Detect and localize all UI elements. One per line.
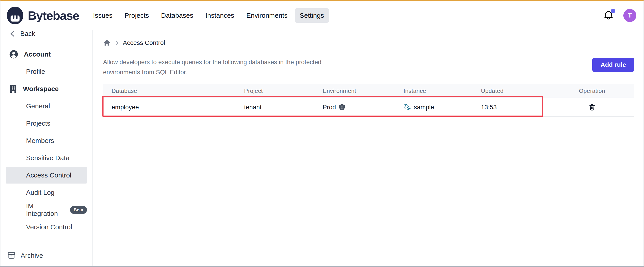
- instance-name: sample: [414, 104, 434, 111]
- cell-operation: [550, 104, 634, 111]
- page-description: Allow developers to execute queries for …: [103, 57, 350, 77]
- archive-box-icon: [7, 251, 16, 260]
- cell-project: tenant: [236, 104, 314, 111]
- access-rules-table: Database Project Environment Instance Up…: [103, 84, 634, 117]
- cell-database: employee: [103, 104, 236, 111]
- sidebar-item-label: General: [26, 102, 50, 110]
- account-user-icon: [9, 50, 18, 59]
- sidebar-item-label: Members: [26, 137, 54, 145]
- sidebar-back-button[interactable]: Back: [0, 30, 92, 39]
- sidebar-item-label: Access Control: [26, 171, 72, 179]
- sidebar-item-audit-log[interactable]: Audit Log: [6, 184, 87, 201]
- workspace-building-icon: [9, 84, 18, 94]
- col-header-database: Database: [103, 87, 236, 94]
- back-label: Back: [20, 30, 35, 37]
- app-window: Bytebase Issues Projects Databases Insta…: [0, 0, 644, 267]
- settings-sidebar: Back Account Profile: [0, 30, 92, 266]
- cell-updated: 13:53: [472, 104, 550, 111]
- chevron-right-icon: [114, 40, 119, 46]
- sidebar-item-projects[interactable]: Projects: [6, 115, 87, 132]
- environment-name: Prod: [323, 104, 336, 111]
- nav-instances[interactable]: Instances: [200, 8, 239, 23]
- sidebar-item-label: IM Integration: [26, 202, 63, 217]
- col-header-updated: Updated: [472, 87, 550, 94]
- col-header-operation: Operation: [550, 87, 634, 94]
- beta-badge: Beta: [70, 206, 87, 214]
- main-nav: Issues Projects Databases Instances Envi…: [88, 8, 329, 23]
- trash-icon: [589, 104, 596, 111]
- brand-name: Bytebase: [28, 8, 79, 22]
- cell-environment: Prod: [314, 104, 395, 111]
- home-icon[interactable]: [103, 39, 111, 47]
- sidebar-item-members[interactable]: Members: [6, 132, 87, 149]
- delete-rule-button[interactable]: [589, 104, 596, 111]
- database-name: employee: [112, 104, 139, 111]
- header-right-cluster: T: [603, 9, 636, 22]
- sidebar-item-version-control[interactable]: Version Control: [6, 219, 87, 235]
- archive-label: Archive: [21, 252, 43, 259]
- add-rule-button[interactable]: Add rule: [592, 58, 634, 72]
- sidebar-item-label: Projects: [26, 120, 50, 127]
- table-row[interactable]: employee tenant Prod: [103, 98, 634, 117]
- nav-issues[interactable]: Issues: [88, 8, 118, 23]
- sidebar-item-sensitive-data[interactable]: Sensitive Data: [6, 150, 87, 166]
- sidebar-item-access-control[interactable]: Access Control: [6, 167, 87, 184]
- sidebar-group-account: Account: [6, 46, 87, 63]
- notifications-button[interactable]: [603, 10, 614, 21]
- sidebar-item-label: Audit Log: [26, 189, 54, 196]
- mysql-dolphin-icon: [404, 104, 411, 111]
- table-header-row: Database Project Environment Instance Up…: [103, 84, 634, 98]
- sidebar-item-general[interactable]: General: [6, 98, 87, 114]
- account-group-label: Account: [24, 50, 51, 58]
- nav-environments[interactable]: Environments: [242, 8, 292, 23]
- bytebase-mascot-icon: [6, 6, 24, 25]
- user-avatar[interactable]: T: [623, 9, 636, 22]
- top-navbar: Bytebase Issues Projects Databases Insta…: [0, 1, 644, 30]
- nav-settings[interactable]: Settings: [295, 8, 329, 23]
- col-header-project: Project: [236, 87, 314, 94]
- sidebar-group-workspace: Workspace: [6, 80, 87, 97]
- col-header-instance: Instance: [395, 87, 472, 94]
- bytebase-logo[interactable]: Bytebase: [6, 6, 79, 25]
- sidebar-item-label: Sensitive Data: [26, 154, 70, 162]
- sidebar-item-profile[interactable]: Profile: [6, 63, 87, 80]
- breadcrumb: Access Control: [103, 38, 634, 48]
- main-content: Access Control Allow developers to execu…: [92, 30, 644, 266]
- cell-instance: sample: [395, 104, 472, 111]
- notification-badge-dot: [611, 9, 615, 13]
- project-name: tenant: [244, 104, 262, 111]
- nav-projects[interactable]: Projects: [120, 8, 154, 23]
- sidebar-item-label: Profile: [26, 68, 45, 75]
- workspace-group-label: Workspace: [23, 85, 59, 93]
- sidebar-item-label: Version Control: [26, 223, 72, 231]
- protected-shield-icon: [338, 104, 345, 111]
- sidebar-item-im-integration[interactable]: IM Integration Beta: [6, 202, 87, 218]
- col-header-environment: Environment: [314, 87, 395, 94]
- updated-time: 13:53: [481, 104, 497, 111]
- nav-databases[interactable]: Databases: [156, 8, 198, 23]
- chevron-left-icon: [10, 30, 15, 37]
- breadcrumb-current: Access Control: [123, 39, 165, 46]
- sidebar-item-archive[interactable]: Archive: [7, 251, 43, 260]
